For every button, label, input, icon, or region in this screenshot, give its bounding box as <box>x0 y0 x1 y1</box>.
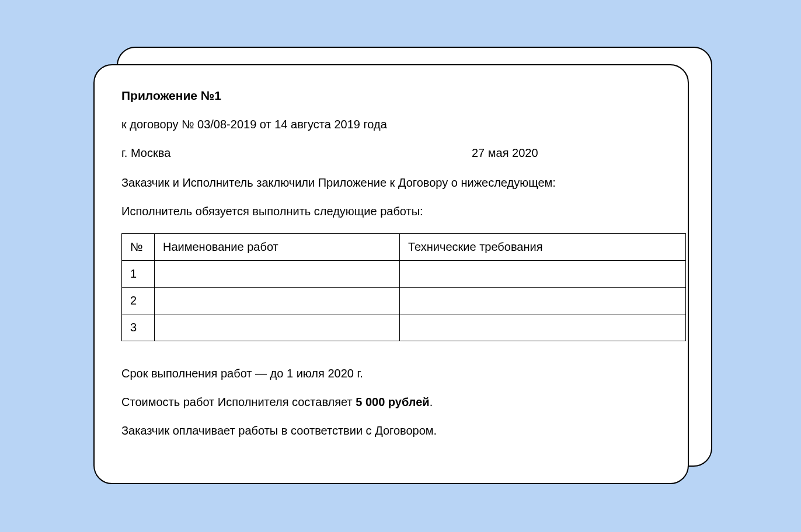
doc-place: г. Москва <box>121 146 472 160</box>
works-table: № Наименование работ Технические требова… <box>121 233 686 341</box>
table-row: 3 <box>122 314 686 341</box>
header-num: № <box>122 234 155 261</box>
price-paragraph: Стоимость работ Исполнителя составляет 5… <box>121 396 661 409</box>
price-prefix: Стоимость работ Исполнителя составляет <box>121 396 356 408</box>
cell-name <box>155 314 400 341</box>
doc-subtitle: к договору № 03/08-2019 от 14 августа 20… <box>121 118 661 131</box>
table-header-row: № Наименование работ Технические требова… <box>122 234 686 261</box>
payment-paragraph: Заказчик оплачивает работы в соответстви… <box>121 424 661 438</box>
cell-req <box>400 314 686 341</box>
intro-paragraph: Заказчик и Исполнитель заключили Приложе… <box>121 176 661 190</box>
table-row: 1 <box>122 261 686 288</box>
place-date-row: г. Москва 27 мая 2020 <box>121 146 661 160</box>
header-name: Наименование работ <box>155 234 400 261</box>
table-row: 2 <box>122 288 686 314</box>
cell-num: 1 <box>122 261 155 288</box>
header-req: Технические требования <box>400 234 686 261</box>
cell-req <box>400 288 686 314</box>
price-value: 5 000 рублей <box>356 396 429 408</box>
obligation-paragraph: Исполнитель обязуется выполнить следующи… <box>121 205 661 218</box>
cell-req <box>400 261 686 288</box>
cell-name <box>155 288 400 314</box>
page-front-sheet: Приложение №1 к договору № 03/08-2019 от… <box>93 64 689 484</box>
price-suffix: . <box>430 396 433 408</box>
deadline-paragraph: Срок выполнения работ — до 1 июля 2020 г… <box>121 367 661 380</box>
cell-name <box>155 261 400 288</box>
doc-title: Приложение №1 <box>121 89 661 103</box>
cell-num: 3 <box>122 314 155 341</box>
doc-date: 27 мая 2020 <box>472 146 661 160</box>
cell-num: 2 <box>122 288 155 314</box>
